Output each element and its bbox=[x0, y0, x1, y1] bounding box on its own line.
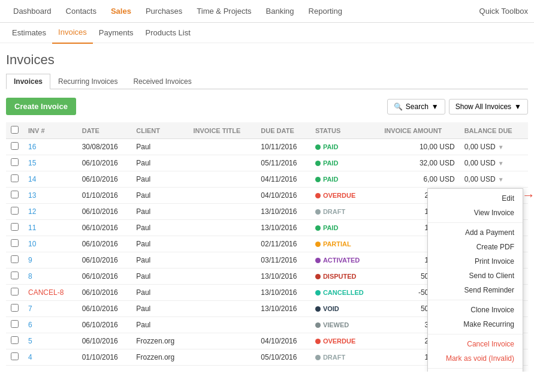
invoice-date: 06/10/2016 bbox=[82, 337, 118, 345]
amount-cell: 32,00 USD bbox=[379, 155, 459, 171]
tab-recurring-invoices[interactable]: Recurring Invoices bbox=[50, 74, 125, 89]
invoice-number-cell: 13 bbox=[23, 188, 77, 204]
invoice-number[interactable]: 9 bbox=[28, 256, 32, 264]
balance-value: 0,00 USD bbox=[464, 159, 496, 167]
invoice-number-cell: 12 bbox=[23, 204, 77, 220]
subnav-products-list[interactable]: Products List bbox=[140, 23, 197, 43]
subnav-invoices[interactable]: Invoices bbox=[52, 22, 93, 44]
invoice-date-cell: 01/10/2016 bbox=[77, 188, 132, 204]
menu-item[interactable]: Add a Payment bbox=[428, 225, 523, 240]
invoice-number[interactable]: 13 bbox=[28, 191, 36, 200]
row-checkbox[interactable] bbox=[11, 191, 19, 198]
invoice-amount: 10,00 USD bbox=[420, 143, 455, 151]
row-checkbox[interactable] bbox=[11, 255, 19, 263]
row-checkbox[interactable] bbox=[11, 223, 19, 231]
nav-time-projects[interactable]: Time & Projects bbox=[189, 0, 258, 23]
menu-item[interactable]: Make Recurring bbox=[428, 317, 523, 331]
invoice-date: 06/10/2016 bbox=[82, 240, 118, 248]
invoice-date-cell: 06/10/2016 bbox=[77, 269, 132, 285]
quick-toolbox[interactable]: Quick Toolbox bbox=[479, 7, 528, 16]
invoice-title-cell bbox=[188, 317, 256, 333]
client-name: Paul bbox=[136, 143, 150, 151]
invoice-number[interactable]: 14 bbox=[28, 175, 36, 183]
invoice-number[interactable]: 15 bbox=[28, 159, 36, 167]
row-checkbox[interactable] bbox=[11, 158, 19, 166]
invoice-number[interactable]: 12 bbox=[28, 207, 36, 216]
tab-invoices[interactable]: Invoices bbox=[6, 74, 50, 89]
tab-received-invoices[interactable]: Received Invoices bbox=[125, 74, 199, 89]
due-date-cell: 13/10/2016 bbox=[256, 269, 310, 285]
nav-sales[interactable]: Sales bbox=[104, 0, 138, 23]
balance-cell: ▲EditView InvoiceAdd a PaymentCreate PDF… bbox=[460, 188, 528, 204]
row-checkbox[interactable] bbox=[11, 174, 19, 182]
invoice-date-cell: 06/10/2016 bbox=[77, 285, 132, 301]
menu-item[interactable]: Cancel Invoice bbox=[428, 337, 523, 351]
invoice-number[interactable]: 6 bbox=[28, 321, 32, 329]
invoice-title-cell bbox=[188, 171, 256, 188]
invoice-number[interactable]: 7 bbox=[28, 304, 32, 313]
nav-contacts[interactable]: Contacts bbox=[59, 0, 104, 23]
invoice-number[interactable]: 11 bbox=[28, 224, 36, 232]
row-checkbox[interactable] bbox=[11, 288, 19, 295]
nav-banking[interactable]: Banking bbox=[259, 0, 301, 23]
menu-item[interactable]: Send Reminder bbox=[428, 283, 523, 297]
status-dot bbox=[315, 209, 321, 215]
invoice-number-cell: 6 bbox=[23, 317, 77, 333]
create-invoice-button[interactable]: Create Invoice bbox=[6, 98, 76, 115]
row-expand-icon[interactable]: ▼ bbox=[498, 176, 504, 183]
invoice-number[interactable]: 4 bbox=[28, 353, 32, 361]
invoice-number[interactable]: 8 bbox=[28, 272, 32, 281]
row-checkbox[interactable] bbox=[11, 239, 19, 247]
nav-dashboard[interactable]: Dashboard bbox=[6, 0, 59, 23]
row-checkbox[interactable] bbox=[11, 336, 19, 344]
balance-cell: 0,00 USD▼ bbox=[460, 171, 528, 188]
menu-item[interactable]: Print Delivery Note bbox=[428, 371, 523, 372]
search-button[interactable]: 🔍 Search ▼ bbox=[387, 99, 445, 114]
invoice-number[interactable]: 10 bbox=[28, 240, 36, 248]
row-checkbox[interactable] bbox=[11, 272, 19, 279]
status-dot bbox=[315, 290, 321, 295]
menu-item[interactable]: Print Invoice bbox=[428, 254, 523, 269]
invoice-date-cell: 06/10/2016 bbox=[77, 171, 132, 188]
menu-divider bbox=[428, 368, 523, 369]
invoice-title-cell bbox=[188, 155, 256, 171]
row-checkbox[interactable] bbox=[11, 352, 19, 360]
row-checkbox[interactable] bbox=[11, 320, 19, 328]
row-checkbox-cell bbox=[6, 285, 23, 301]
row-expand-icon[interactable]: ▼ bbox=[498, 144, 504, 150]
row-checkbox[interactable] bbox=[11, 207, 19, 215]
status-label: PAID bbox=[323, 224, 338, 231]
invoice-number[interactable]: CANCEL-8 bbox=[28, 288, 64, 297]
arrow-indicator: → bbox=[522, 188, 534, 203]
menu-item[interactable]: Mark as void (Invalid) bbox=[428, 351, 523, 366]
menu-item[interactable]: Create PDF bbox=[428, 240, 523, 254]
client-cell: Paul bbox=[131, 252, 188, 269]
subnav-payments[interactable]: Payments bbox=[93, 23, 140, 43]
client-cell: Frozzen.org bbox=[131, 349, 188, 366]
menu-item[interactable]: Send to Client bbox=[428, 269, 523, 283]
row-expand-icon[interactable]: ▼ bbox=[498, 160, 504, 167]
invoice-number[interactable]: 5 bbox=[28, 337, 32, 345]
select-all-checkbox[interactable] bbox=[11, 126, 19, 134]
row-checkbox[interactable] bbox=[11, 304, 19, 312]
nav-reporting[interactable]: Reporting bbox=[301, 0, 349, 23]
invoice-date: 01/10/2016 bbox=[82, 191, 118, 200]
header-checkbox[interactable] bbox=[6, 122, 23, 139]
status-cell: ACTIVATED bbox=[310, 252, 379, 269]
status-cell: PAID bbox=[310, 139, 379, 155]
subnav-estimates[interactable]: Estimates bbox=[6, 23, 52, 43]
row-checkbox-cell bbox=[6, 269, 23, 285]
nav-purchases[interactable]: Purchases bbox=[138, 0, 189, 23]
invoice-date-cell: 06/10/2016 bbox=[77, 301, 132, 317]
client-name: Paul bbox=[136, 272, 150, 281]
invoice-date-cell: 01/10/2016 bbox=[77, 349, 132, 366]
menu-item[interactable]: Clone Invoice bbox=[428, 303, 523, 317]
show-all-invoices-button[interactable]: Show All Invoices ▼ bbox=[449, 99, 528, 114]
invoice-title-cell bbox=[188, 220, 256, 236]
invoice-number[interactable]: 16 bbox=[28, 143, 36, 151]
menu-item[interactable]: Edit bbox=[428, 191, 523, 206]
row-checkbox[interactable] bbox=[11, 142, 19, 150]
search-icon: 🔍 bbox=[394, 102, 403, 111]
invoice-date: 06/10/2016 bbox=[82, 272, 118, 281]
menu-item[interactable]: View Invoice bbox=[428, 206, 523, 220]
